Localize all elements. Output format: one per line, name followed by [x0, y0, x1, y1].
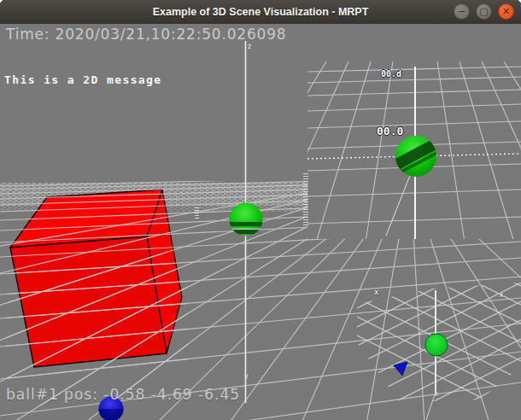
window-title: Example of 3D Scene Visualization - MRPT — [153, 6, 369, 18]
blue-ball — [99, 397, 124, 420]
close-button[interactable]: ✕ — [498, 3, 514, 20]
gl-3d-viewport[interactable]: Time: 2020/03/21,10:22:50.026098 This is… — [0, 24, 521, 420]
maximize-button[interactable]: ▢ — [476, 3, 492, 20]
minimize-button[interactable]: − — [454, 3, 470, 20]
maximize-icon: ▢ — [479, 3, 488, 20]
scene-canvas — [0, 24, 521, 420]
close-icon: ✕ — [502, 3, 510, 20]
app-window: Example of 3D Scene Visualization - MRPT… — [0, 0, 521, 420]
titlebar[interactable]: Example of 3D Scene Visualization - MRPT… — [0, 0, 521, 25]
subviewport-top-right — [167, 47, 521, 242]
window-controls: − ▢ ✕ — [454, 3, 514, 20]
minimize-icon: − — [458, 3, 465, 20]
green-sphere-topview — [425, 334, 448, 356]
